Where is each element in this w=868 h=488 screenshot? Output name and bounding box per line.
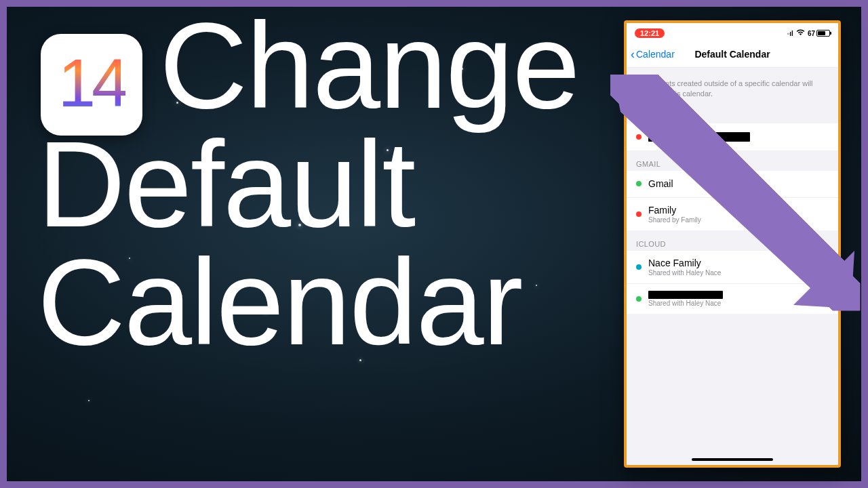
battery-percent: 67 — [808, 30, 815, 37]
thumbnail-frame: 14 Change Default Calendar 12:21 ◦ıl 67 … — [0, 0, 868, 488]
calendar-row[interactable]: Family Shared by Family — [627, 198, 838, 230]
calendar-row[interactable]: Shared with Haley Nace — [627, 284, 838, 314]
cellular-signal-icon: ◦ıl — [787, 30, 793, 37]
calendar-color-dot — [636, 296, 642, 302]
status-bar: 12:21 ◦ıl 67 — [627, 23, 838, 41]
headline-line-3: Calendar — [37, 243, 634, 362]
headline-line-1: Change — [159, 7, 634, 125]
calendar-name: Nace Family — [648, 258, 721, 268]
back-label: Calendar — [636, 49, 675, 60]
section-header-icloud: ICLOUD — [627, 230, 838, 251]
calendar-color-dot — [636, 264, 642, 270]
calendar-row[interactable] — [627, 123, 838, 150]
helper-text: New events created outside of a specific… — [627, 68, 838, 103]
wifi-icon — [796, 29, 805, 37]
home-indicator — [692, 458, 773, 461]
calendar-subtitle: Shared with Haley Nace — [648, 300, 723, 307]
calendar-color-dot — [636, 181, 642, 186]
calendar-color-dot — [636, 134, 642, 140]
chevron-left-icon: ‹ — [631, 48, 635, 60]
calendar-subtitle: Shared by Family — [648, 216, 701, 224]
ios14-number: 14 — [58, 49, 125, 121]
checkmark-icon: ✓ — [818, 260, 829, 274]
calendar-row[interactable]: Nace Family Shared with Haley Nace ✓ — [627, 251, 838, 284]
headline-line-2: Default — [37, 125, 634, 244]
calendar-color-dot — [636, 211, 642, 217]
bokeh-dot — [88, 400, 90, 401]
section-gmail: Gmail Family Shared by Family — [627, 171, 838, 230]
redacted-calendar-name — [648, 132, 750, 142]
section-header-eatonco: EATON CO — [627, 103, 838, 123]
section-header-gmail: GMAIL — [627, 150, 838, 171]
battery-icon — [816, 30, 830, 37]
status-time-pill: 12:21 — [635, 28, 665, 38]
back-button[interactable]: ‹ Calendar — [627, 48, 675, 60]
calendar-subtitle: Shared with Haley Nace — [648, 269, 721, 277]
battery-indicator: 67 — [808, 30, 830, 37]
calendar-name: Family — [648, 205, 701, 216]
calendar-name: Gmail — [648, 178, 673, 189]
iphone-screenshot: 12:21 ◦ıl 67 ‹ Calendar Default Calendar… — [624, 20, 841, 468]
section-icloud: Nace Family Shared with Haley Nace ✓ Sha… — [627, 251, 838, 314]
nav-bar: ‹ Calendar Default Calendar — [627, 41, 838, 68]
calendar-row[interactable]: Gmail — [627, 171, 838, 198]
headline: Change Default Calendar — [159, 7, 634, 362]
section-eatonco — [627, 123, 838, 150]
redacted-calendar-name — [648, 291, 723, 299]
settings-content: New events created outside of a specific… — [627, 68, 838, 314]
status-indicators: ◦ıl 67 — [787, 29, 830, 37]
